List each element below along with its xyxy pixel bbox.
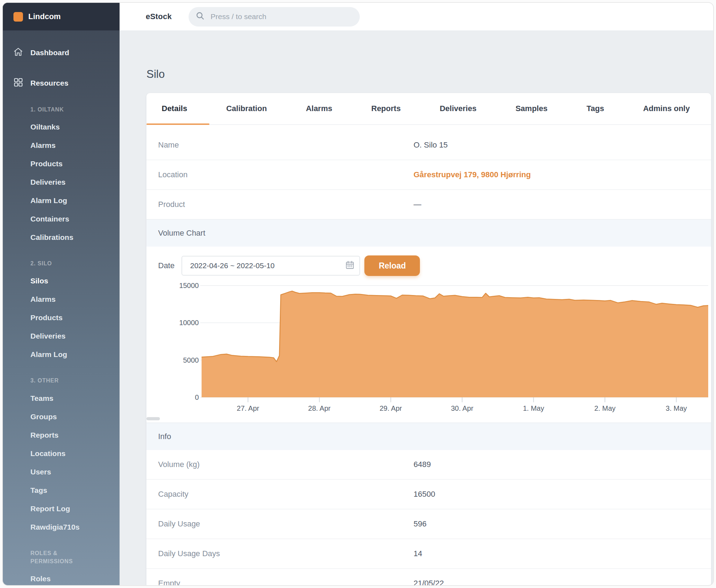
sidebar-section-title: 3. OTHER — [3, 371, 91, 389]
field-label: Daily Usage — [146, 519, 414, 529]
field-label: Location — [146, 170, 414, 179]
content-area: Silo DetailsCalibrationAlarmsReportsDeli… — [120, 30, 713, 585]
sidebar-nav: Dashboard Resources 1. OILTANK Oiltanks … — [3, 30, 120, 586]
field-label: Capacity — [146, 490, 414, 499]
sidebar-item-deliveries[interactable]: Deliveries — [3, 173, 120, 191]
tab-reports[interactable]: Reports — [371, 104, 401, 113]
sidebar-item-label: Dashboard — [30, 48, 69, 57]
svg-text:15000: 15000 — [179, 282, 199, 289]
section-info: Info — [146, 422, 711, 450]
field-value: 6489 — [414, 460, 431, 469]
sidebar-item-groups[interactable]: Groups — [3, 408, 120, 426]
tab-bar: DetailsCalibrationAlarmsReportsDeliverie… — [146, 93, 711, 125]
field-label: Empty — [146, 579, 414, 585]
field-label: Product — [146, 200, 414, 209]
sidebar-item-rawdigia710s[interactable]: Rawdigia710s — [3, 518, 120, 536]
sidebar-item-alarm-log[interactable]: Alarm Log — [3, 191, 120, 210]
sidebar-item-dashboard[interactable]: Dashboard — [3, 43, 120, 62]
date-range-value: 2022-04-26 ~ 2022-05-10 — [190, 261, 345, 270]
svg-text:2. May: 2. May — [594, 404, 616, 412]
svg-text:1. May: 1. May — [523, 404, 544, 412]
svg-text:10000: 10000 — [179, 319, 199, 327]
sidebar-section-title: 2. SILO — [3, 254, 91, 272]
field-label: Daily Usage Days — [146, 549, 414, 558]
tab-deliveries[interactable]: Deliveries — [440, 104, 477, 113]
calendar-icon[interactable] — [345, 260, 354, 271]
sidebar-section-items: Silos Alarms Products Deliveries Alarm L… — [3, 272, 120, 364]
sidebar-item-users[interactable]: Users — [3, 463, 120, 481]
detail-card: DetailsCalibrationAlarmsReportsDeliverie… — [146, 93, 711, 585]
sidebar-item-alarm-log[interactable]: Alarm Log — [3, 345, 120, 364]
tab-admins-only[interactable]: Admins only — [643, 104, 690, 113]
home-icon — [13, 47, 23, 58]
section-volume-chart: Volume Chart — [146, 219, 711, 247]
sidebar-section-title: 1. OILTANK — [3, 100, 91, 118]
details-rows: Name O. Silo 15 Location Gårestrupvej 17… — [146, 125, 711, 219]
sidebar-section: 3. OTHER Teams Groups Reports Locations … — [3, 371, 120, 536]
sidebar-item-calibrations[interactable]: Calibrations — [3, 228, 120, 247]
grid-icon — [13, 77, 23, 89]
date-row: Date 2022-04-26 ~ 2022-05-10 Reload — [158, 255, 420, 276]
search-icon — [196, 11, 205, 22]
section-title: Volume Chart — [158, 229, 205, 238]
svg-text:30. Apr: 30. Apr — [451, 404, 474, 412]
info-rows: Volume (kg) 6489 Capacity 16500 Daily Us… — [146, 450, 711, 585]
field-label: Volume (kg) — [146, 460, 414, 469]
reload-button[interactable]: Reload — [364, 255, 420, 276]
tab-alarms[interactable]: Alarms — [306, 104, 333, 113]
field-label: Name — [146, 140, 414, 150]
sidebar-item-teams[interactable]: Teams — [3, 389, 120, 408]
sidebar-item-resources[interactable]: Resources — [3, 74, 120, 93]
sidebar-item-tags[interactable]: Tags — [3, 481, 120, 500]
field-value: O. Silo 15 — [414, 140, 448, 150]
sidebar-item-oiltanks[interactable]: Oiltanks — [3, 118, 120, 136]
tab-calibration[interactable]: Calibration — [226, 104, 267, 113]
search-input[interactable]: Press / to search — [189, 7, 360, 27]
date-label: Date — [158, 261, 174, 270]
svg-text:5000: 5000 — [183, 356, 199, 364]
svg-text:3. May: 3. May — [666, 404, 687, 412]
field-row: Daily Usage Days 14 — [146, 538, 711, 568]
sidebar-section: 1. OILTANK Oiltanks Alarms Products Deli… — [3, 100, 120, 247]
field-row: Name O. Silo 15 — [146, 131, 711, 160]
sidebar-item-silos[interactable]: Silos — [3, 272, 120, 290]
sidebar-section: ROLES & PERMISSIONS Roles — [3, 544, 120, 586]
sidebar-section-items: Roles — [3, 570, 120, 586]
field-row: Product — — [146, 189, 711, 219]
app-title: eStock — [146, 12, 172, 21]
volume-area-chart: 05000100001500027. Apr28. Apr29. Apr30. … — [146, 278, 708, 415]
sidebar-section-items: Teams Groups Reports Locations Users Tag… — [3, 389, 120, 536]
page-title: Silo — [146, 68, 165, 81]
sidebar-item-products[interactable]: Products — [3, 309, 120, 327]
field-value[interactable]: Gårestrupvej 179, 9800 Hjørring — [414, 170, 531, 179]
tab-samples[interactable]: Samples — [515, 104, 548, 113]
brand-name: Lindcom — [28, 12, 61, 21]
sidebar-item-alarms[interactable]: Alarms — [3, 136, 120, 155]
field-value: 596 — [414, 519, 427, 529]
sidebar-item-deliveries[interactable]: Deliveries — [3, 327, 120, 345]
sidebar-section-items: Oiltanks Alarms Products Deliveries Alar… — [3, 118, 120, 247]
sidebar-item-alarms[interactable]: Alarms — [3, 290, 120, 309]
active-tab-underline — [146, 123, 209, 125]
sidebar: Lindcom Dashboard — [3, 3, 120, 585]
tab-details[interactable]: Details — [162, 104, 187, 113]
sidebar-item-reports[interactable]: Reports — [3, 426, 120, 444]
brand-logo-icon — [13, 12, 23, 22]
sidebar-item-locations[interactable]: Locations — [3, 444, 120, 463]
field-value: 14 — [414, 549, 422, 558]
sidebar-item-containers[interactable]: Containers — [3, 210, 120, 228]
sidebar-item-products[interactable]: Products — [3, 155, 120, 173]
sidebar-item-report-log[interactable]: Report Log — [3, 500, 120, 518]
volume-chart-block: Date 2022-04-26 ~ 2022-05-10 Reload — [146, 247, 711, 422]
sidebar-item-label: Resources — [30, 79, 68, 87]
tab-tags[interactable]: Tags — [587, 104, 604, 113]
sidebar-item-roles[interactable]: Roles — [3, 570, 120, 586]
svg-text:0: 0 — [195, 393, 199, 401]
field-value: 16500 — [414, 490, 435, 499]
topbar: eStock Press / to search — [120, 3, 713, 30]
chart-horizontal-scrollbar[interactable] — [146, 417, 160, 420]
date-range-input[interactable]: 2022-04-26 ~ 2022-05-10 — [181, 256, 360, 276]
field-value: 21/05/22 — [414, 579, 444, 585]
field-row: Empty 21/05/22 — [146, 568, 711, 585]
svg-text:29. Apr: 29. Apr — [380, 404, 402, 412]
